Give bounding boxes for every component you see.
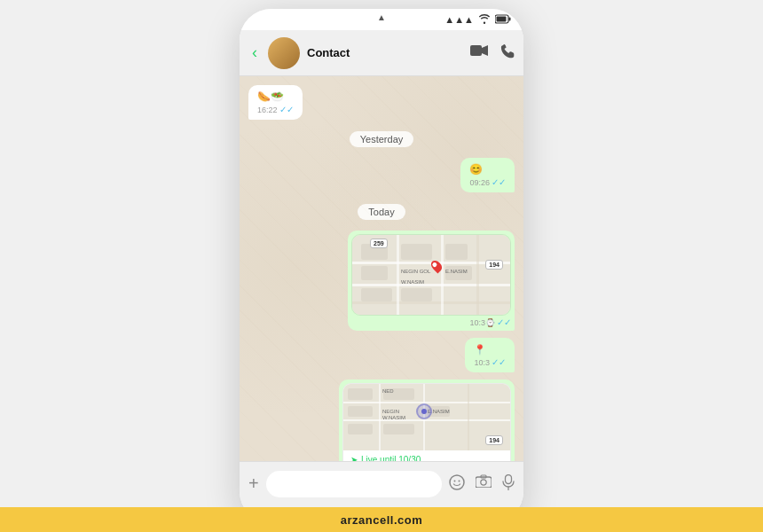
status-bar: ▲ ▲▲▲ bbox=[240, 9, 523, 30]
phone-frame: ▲ ▲▲▲ ‹ Contact bbox=[240, 9, 523, 523]
date-divider-today: Today bbox=[248, 203, 515, 220]
video-call-icon[interactable] bbox=[470, 44, 488, 62]
check-icon: ✓✓ bbox=[279, 105, 294, 114]
bottom-icons bbox=[449, 474, 515, 494]
watermark-text: arzancell.com bbox=[341, 513, 423, 527]
map-label: NEGIN GOL bbox=[401, 269, 430, 274]
live-map-image: NEGIN W.NASIM E.NASIM NED 194 bbox=[343, 384, 510, 450]
signal-icon: ▲▲▲ bbox=[444, 14, 474, 25]
bubble-time-2: 09:26 ✓✓ bbox=[469, 177, 506, 187]
bubble-live: NEGIN W.NASIM E.NASIM NED 194 bbox=[339, 379, 515, 461]
chat-name-area: Contact bbox=[307, 46, 463, 59]
live-text: Live until 10/30 bbox=[361, 455, 421, 461]
chat-header: ‹ Contact bbox=[240, 30, 523, 76]
road-badge: 194 bbox=[485, 260, 503, 270]
svg-rect-2 bbox=[497, 16, 507, 21]
msg-row-live: NEGIN W.NASIM E.NASIM NED 194 bbox=[248, 379, 515, 461]
map-label3: W.NASIM bbox=[401, 279, 424, 285]
map-label2: E.NASIM bbox=[445, 269, 468, 274]
bubble-sent: 😊 09:26 ✓✓ bbox=[460, 158, 515, 192]
battery-icon bbox=[495, 14, 511, 26]
bubble-map1: NEGIN GOL E.NASIM W.NASIM 194 259 10:3⌚ bbox=[348, 231, 515, 331]
live-map-label2: W.NASIM bbox=[382, 415, 405, 420]
road-badge2: 259 bbox=[370, 239, 388, 248]
back-button[interactable]: ‹ bbox=[248, 40, 261, 66]
sent-content: 😊 bbox=[469, 163, 483, 176]
emoji-icon[interactable] bbox=[449, 474, 465, 494]
date-label: Yesterday bbox=[350, 131, 414, 147]
contact-name: Contact bbox=[307, 46, 463, 59]
emoji-content: 🌭🥗 bbox=[257, 90, 284, 103]
bubble-time-3: 10:3 ✓✓ bbox=[474, 357, 506, 367]
chat-area: 🌭🥗 16:22 ✓✓ Yesterday 😊 09:26 ✓✓ bbox=[240, 76, 523, 461]
outer-wrapper: ▲ ▲▲▲ ‹ Contact bbox=[0, 0, 763, 532]
add-button[interactable]: + bbox=[248, 473, 259, 494]
date-label-today: Today bbox=[358, 204, 405, 220]
svg-point-9 bbox=[481, 479, 486, 484]
check-icon-4: ✓✓ bbox=[492, 357, 506, 367]
msg-row-text: 📍 10:3 ✓✓ bbox=[248, 338, 515, 372]
camera-icon[interactable] bbox=[476, 474, 492, 494]
mic-icon[interactable] bbox=[502, 474, 515, 494]
header-icons bbox=[470, 44, 515, 62]
bubble-received-emoji: 🌭🥗 16:22 ✓✓ bbox=[248, 85, 303, 120]
svg-rect-11 bbox=[506, 474, 512, 483]
check-icon-2: ✓✓ bbox=[492, 177, 506, 187]
bubble-time-map1: 10:3⌚ ✓✓ bbox=[351, 317, 511, 327]
svg-rect-3 bbox=[470, 45, 482, 56]
map-card-1[interactable]: NEGIN GOL E.NASIM W.NASIM 194 259 bbox=[351, 234, 511, 316]
map-image-1: NEGIN GOL E.NASIM W.NASIM 194 259 bbox=[352, 235, 510, 315]
live-map-label4: NED bbox=[382, 388, 394, 394]
avatar bbox=[268, 37, 300, 69]
live-label: ➤ Live until 10/30 bbox=[350, 455, 503, 461]
svg-point-5 bbox=[450, 475, 464, 489]
phone-call-icon[interactable] bbox=[500, 44, 515, 62]
bubble-sent-2: 📍 10:3 ✓✓ bbox=[465, 338, 515, 372]
text-content: 📍 bbox=[474, 344, 486, 355]
svg-point-6 bbox=[454, 480, 456, 481]
msg-row-sent: 😊 09:26 ✓✓ bbox=[248, 158, 515, 192]
msg-row: 🌭🥗 16:22 ✓✓ bbox=[248, 85, 515, 120]
nav-arrow-icon: ▲ bbox=[377, 12, 386, 22]
msg-row-map1: NEGIN GOL E.NASIM W.NASIM 194 259 10:3⌚ bbox=[248, 231, 515, 331]
wifi-icon bbox=[478, 14, 491, 26]
check-icon-3: ✓✓ bbox=[497, 317, 511, 327]
svg-point-7 bbox=[459, 480, 460, 481]
message-input[interactable] bbox=[266, 471, 442, 497]
live-location-card[interactable]: NEGIN W.NASIM E.NASIM NED 194 bbox=[342, 383, 511, 461]
svg-rect-8 bbox=[476, 477, 492, 488]
bottom-bar: + bbox=[240, 461, 523, 505]
watermark: arzancell.com bbox=[0, 507, 763, 532]
bubble-time: 16:22 ✓✓ bbox=[257, 105, 294, 114]
live-map-label1: NEGIN bbox=[382, 409, 399, 414]
date-divider-yesterday: Yesterday bbox=[248, 130, 515, 147]
live-info: ➤ Live until 10/30 bbox=[343, 450, 510, 461]
live-nav-icon: ➤ bbox=[350, 455, 358, 461]
svg-marker-4 bbox=[482, 45, 488, 56]
live-road-badge: 194 bbox=[485, 435, 503, 445]
svg-rect-1 bbox=[509, 17, 511, 20]
